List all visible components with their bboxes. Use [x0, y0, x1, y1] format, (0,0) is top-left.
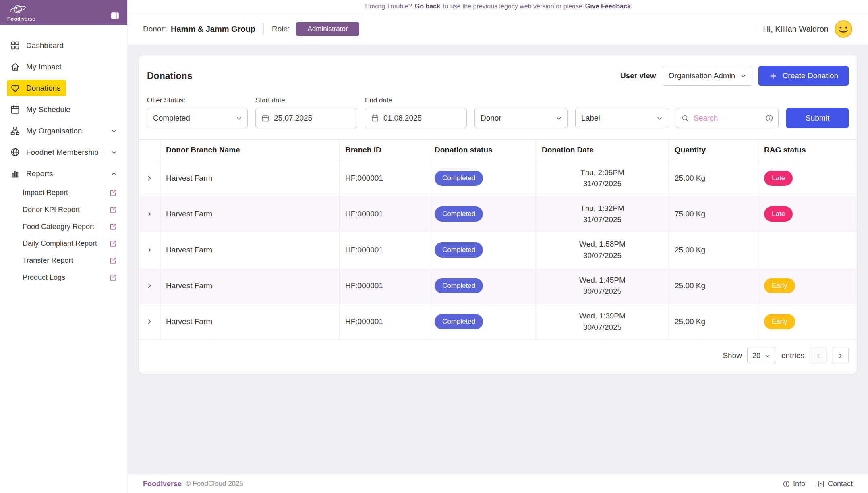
- cell-branch-id: HF:000001: [339, 232, 429, 268]
- trouble-banner: Having Trouble? Go back to use the previ…: [128, 0, 868, 13]
- external-link-icon: [109, 256, 117, 264]
- search-icon: [681, 114, 689, 122]
- external-link-icon: [109, 273, 117, 281]
- offer-status-label: Offer Status:: [147, 96, 248, 104]
- chevron-down-icon: [764, 352, 771, 360]
- info-icon: [783, 480, 790, 488]
- status-pill: Completed: [435, 171, 483, 186]
- chevron-down-icon: [110, 127, 118, 135]
- contact-link[interactable]: Contact: [817, 480, 853, 488]
- cell-branch-id: HF:000001: [339, 304, 429, 339]
- chevron-right-icon: [837, 352, 844, 360]
- cell-branch-name: Harvest Farm: [160, 232, 339, 268]
- cell-branch-id: HF:000001: [339, 196, 429, 232]
- column-header-branch-id: Branch ID: [339, 140, 429, 160]
- cell-donation-date: Wed, 1:39PM30/07/2025: [536, 304, 669, 339]
- sidebar: Foodiverse Dashboard My Impact Donations…: [0, 0, 128, 493]
- sidebar-nav: Dashboard My Impact Donations My Schedul…: [0, 25, 127, 286]
- sidebar-subitem-impact-report[interactable]: Impact Report: [0, 184, 127, 201]
- status-pill: Completed: [435, 242, 483, 258]
- table-row[interactable]: Harvest Farm HF:000001 Completed Wed, 1:…: [139, 304, 857, 340]
- start-date-input[interactable]: 25.07.2025: [255, 108, 357, 128]
- cell-branch-id: HF:000001: [339, 160, 429, 196]
- row-expander-icon[interactable]: [145, 318, 153, 326]
- sidebar-subitem-daily-compliant-report[interactable]: Daily Compliant Report: [0, 235, 127, 252]
- footer-brand[interactable]: Foodiverse: [143, 480, 182, 488]
- heart-donation-icon: [10, 83, 20, 93]
- cell-branch-name: Harvest Farm: [160, 196, 339, 232]
- smiley-avatar-icon: [834, 20, 853, 38]
- sidebar-item-reports[interactable]: Reports: [0, 163, 127, 184]
- column-header-donation-status: Donation status: [429, 140, 536, 160]
- info-icon[interactable]: [765, 114, 773, 122]
- bar-chart-icon: [10, 168, 20, 179]
- expander-column-header: [139, 140, 160, 160]
- sidebar-item-my-impact[interactable]: My Impact: [0, 56, 127, 77]
- plus-icon: [769, 72, 777, 80]
- cell-donation-date: Wed, 1:45PM30/07/2025: [536, 268, 669, 304]
- sidebar-item-my-organisation[interactable]: My Organisation: [0, 120, 127, 141]
- sidebar-item-donations[interactable]: Donations: [0, 77, 127, 99]
- avatar[interactable]: [834, 20, 853, 38]
- go-back-link[interactable]: Go back: [415, 3, 440, 10]
- donations-table: Donor Branch Name Branch ID Donation sta…: [139, 139, 857, 340]
- chevron-down-icon: [235, 114, 243, 122]
- table-row[interactable]: Harvest Farm HF:000001 Completed Wed, 1:…: [139, 232, 857, 268]
- info-link[interactable]: Info: [783, 480, 805, 488]
- row-expander-icon[interactable]: [145, 246, 153, 254]
- page-title: Donations: [147, 71, 192, 81]
- role-label: Role:: [272, 25, 290, 33]
- table-row[interactable]: Harvest Farm HF:000001 Completed Wed, 1:…: [139, 268, 857, 304]
- calendar-icon: [371, 114, 379, 122]
- label-select[interactable]: Label: [575, 108, 668, 128]
- external-link-icon: [109, 239, 117, 248]
- sidebar-subitem-transfer-report[interactable]: Transfer Report: [0, 252, 127, 269]
- offer-status-select[interactable]: Completed: [147, 108, 248, 128]
- row-expander-icon[interactable]: [145, 282, 153, 290]
- table-header-row: Donor Branch Name Branch ID Donation sta…: [139, 140, 857, 160]
- next-page-button[interactable]: [832, 347, 849, 364]
- page-size-select[interactable]: 20: [747, 347, 776, 364]
- collapse-sidebar-button[interactable]: [110, 7, 120, 25]
- end-date-input[interactable]: 01.08.2025: [365, 108, 467, 128]
- cell-donation-date: Thu, 1:32PM31/07/2025: [536, 196, 669, 232]
- sidebar-item-dashboard[interactable]: Dashboard: [0, 35, 127, 56]
- user-view-select[interactable]: Organisation Admin: [663, 66, 752, 86]
- create-donation-button[interactable]: Create Donation: [758, 66, 849, 86]
- donor-label: Donor:: [143, 25, 166, 33]
- sidebar-subitem-food-category-report[interactable]: Food Cateogry Report: [0, 218, 127, 235]
- row-expander-icon[interactable]: [145, 174, 153, 182]
- cell-branch-name: Harvest Farm: [160, 268, 339, 304]
- top-header: Donor: Hamm & Jamm Group Role: Administr…: [128, 13, 868, 45]
- sidebar-item-my-schedule[interactable]: My Schedule: [0, 99, 127, 120]
- panel-collapse-icon: [110, 10, 120, 21]
- cell-quantity: 25.00 Kg: [669, 268, 758, 304]
- previous-page-button[interactable]: [810, 347, 827, 364]
- globe-icon: [10, 147, 20, 157]
- user-view-label: User view: [620, 71, 656, 80]
- entries-label: entries: [781, 351, 804, 360]
- table-row[interactable]: Harvest Farm HF:000001 Completed Thu, 2:…: [139, 160, 857, 196]
- contact-icon: [817, 480, 825, 488]
- show-label: Show: [723, 351, 742, 360]
- row-expander-icon[interactable]: [145, 210, 153, 218]
- give-feedback-link[interactable]: Give Feedback: [585, 3, 631, 10]
- external-link-icon: [109, 189, 117, 197]
- sidebar-item-foodnet-membership[interactable]: Foodnet Membership: [0, 141, 127, 163]
- rag-pill: Late: [764, 206, 793, 222]
- pagination: Show 20 entries: [139, 340, 857, 374]
- sidebar-subitem-product-logs[interactable]: Product Logs: [0, 269, 127, 286]
- chevron-down-icon: [555, 114, 563, 122]
- dashboard-icon: [10, 40, 20, 50]
- logo-text: Foodiverse: [7, 16, 35, 22]
- sidebar-subitem-donor-kpi-report[interactable]: Donor KPI Report: [0, 201, 127, 218]
- search-input[interactable]: [693, 113, 762, 123]
- table-row[interactable]: Harvest Farm HF:000001 Completed Thu, 1:…: [139, 196, 857, 232]
- donor-select[interactable]: Donor: [474, 108, 568, 128]
- cell-quantity: 25.00 Kg: [669, 160, 758, 196]
- footer-copyright: © FoodCloud 2025: [186, 480, 243, 488]
- submit-button[interactable]: Submit: [786, 108, 849, 128]
- cell-branch-name: Harvest Farm: [160, 160, 339, 196]
- calendar-icon: [10, 104, 20, 114]
- vertical-divider: [263, 23, 264, 35]
